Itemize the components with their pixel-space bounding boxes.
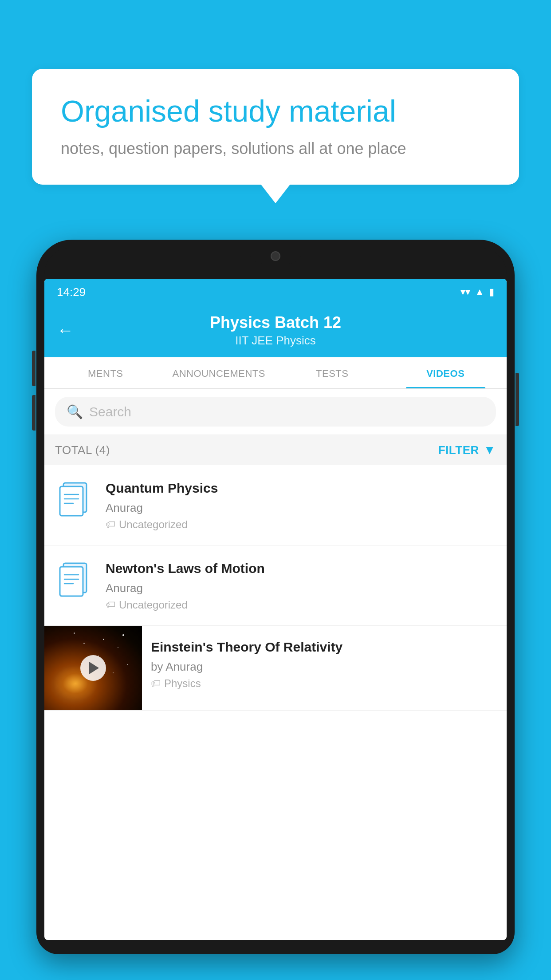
filter-bar: TOTAL (4) FILTER ▼ <box>44 435 507 465</box>
speech-bubble: Organised study material notes, question… <box>32 69 519 185</box>
filter-funnel-icon: ▼ <box>484 443 496 457</box>
tag-icon-1: 🏷 <box>106 519 115 530</box>
filter-button[interactable]: FILTER ▼ <box>438 443 496 457</box>
video-info-2: Newton's Laws of Motion Anurag 🏷 Uncateg… <box>106 560 496 611</box>
phone-top-bar <box>44 248 507 279</box>
tab-tests[interactable]: TESTS <box>276 357 389 388</box>
total-count: TOTAL (4) <box>55 443 110 457</box>
search-icon: 🔍 <box>67 404 83 419</box>
play-triangle-icon <box>89 662 99 674</box>
video-item-2[interactable]: Newton's Laws of Motion Anurag 🏷 Uncateg… <box>44 545 507 626</box>
back-button[interactable]: ← <box>57 321 74 340</box>
tab-videos[interactable]: VIDEOS <box>389 357 503 388</box>
battery-icon: ▮ <box>489 286 494 298</box>
speech-bubble-title: Organised study material <box>61 93 490 130</box>
batch-subtitle: IIT JEE Physics <box>83 334 468 348</box>
video-item-1[interactable]: Quantum Physics Anurag 🏷 Uncategorized <box>44 465 507 545</box>
video-info-1: Quantum Physics Anurag 🏷 Uncategorized <box>106 479 496 531</box>
volume-down-button[interactable] <box>32 395 35 431</box>
tab-ments[interactable]: MENTS <box>49 357 162 388</box>
video-author-2: Anurag <box>106 581 496 595</box>
video-tag-label-2: Uncategorized <box>119 599 188 611</box>
video-title-2: Newton's Laws of Motion <box>106 560 496 577</box>
video-tag-1: 🏷 Uncategorized <box>106 518 496 531</box>
video-thumbnail-3 <box>44 626 142 710</box>
video-file-icon-1 <box>55 479 95 519</box>
signal-icon: ▲ <box>475 286 484 298</box>
video-title-3: Einstein's Theory Of Relativity <box>151 638 498 656</box>
video-tag-label-1: Uncategorized <box>119 518 188 531</box>
header-title-group: Physics Batch 12 IIT JEE Physics <box>83 313 468 348</box>
wifi-icon: ▾▾ <box>460 286 470 298</box>
power-button[interactable] <box>516 373 519 426</box>
phone-screen: 14:29 ▾▾ ▲ ▮ ← Physics Batch 12 IIT JEE … <box>44 279 507 940</box>
video-tag-3: 🏷 Physics <box>151 677 498 690</box>
video-tag-2: 🏷 Uncategorized <box>106 599 496 611</box>
speech-bubble-subtitle: notes, question papers, solutions all at… <box>61 139 490 158</box>
phone-notch <box>249 248 302 264</box>
video-author-1: Anurag <box>106 501 496 515</box>
tab-announcements[interactable]: ANNOUNCEMENTS <box>162 357 276 388</box>
app-header: ← Physics Batch 12 IIT JEE Physics <box>44 305 507 357</box>
status-bar: 14:29 ▾▾ ▲ ▮ <box>44 279 507 305</box>
status-time: 14:29 <box>57 285 86 299</box>
front-camera <box>271 251 280 261</box>
video-tag-label-3: Physics <box>164 677 201 690</box>
tab-bar: MENTS ANNOUNCEMENTS TESTS VIDEOS <box>44 357 507 389</box>
batch-title: Physics Batch 12 <box>83 313 468 332</box>
video-item-3[interactable]: Einstein's Theory Of Relativity by Anura… <box>44 626 507 711</box>
phone-wrapper: 14:29 ▾▾ ▲ ▮ ← Physics Batch 12 IIT JEE … <box>36 240 515 980</box>
volume-up-button[interactable] <box>32 351 35 386</box>
svg-rect-6 <box>60 567 83 596</box>
filter-label: FILTER <box>438 443 479 457</box>
search-placeholder-text: Search <box>89 404 131 419</box>
phone-outer: 14:29 ▾▾ ▲ ▮ ← Physics Batch 12 IIT JEE … <box>36 240 515 954</box>
video-title-1: Quantum Physics <box>106 479 496 497</box>
svg-rect-1 <box>60 486 83 516</box>
search-container: 🔍 Search <box>44 389 507 435</box>
video-file-icon-2 <box>55 560 95 600</box>
speech-bubble-container: Organised study material notes, question… <box>32 69 519 185</box>
play-button[interactable] <box>80 655 106 681</box>
tag-icon-3: 🏷 <box>151 678 161 689</box>
video-author-3: by Anurag <box>151 660 498 674</box>
video-list: Quantum Physics Anurag 🏷 Uncategorized <box>44 465 507 711</box>
status-icons: ▾▾ ▲ ▮ <box>460 286 494 298</box>
tag-icon-2: 🏷 <box>106 599 115 611</box>
video-info-3: Einstein's Theory Of Relativity by Anura… <box>142 626 507 702</box>
search-bar[interactable]: 🔍 Search <box>55 397 496 427</box>
